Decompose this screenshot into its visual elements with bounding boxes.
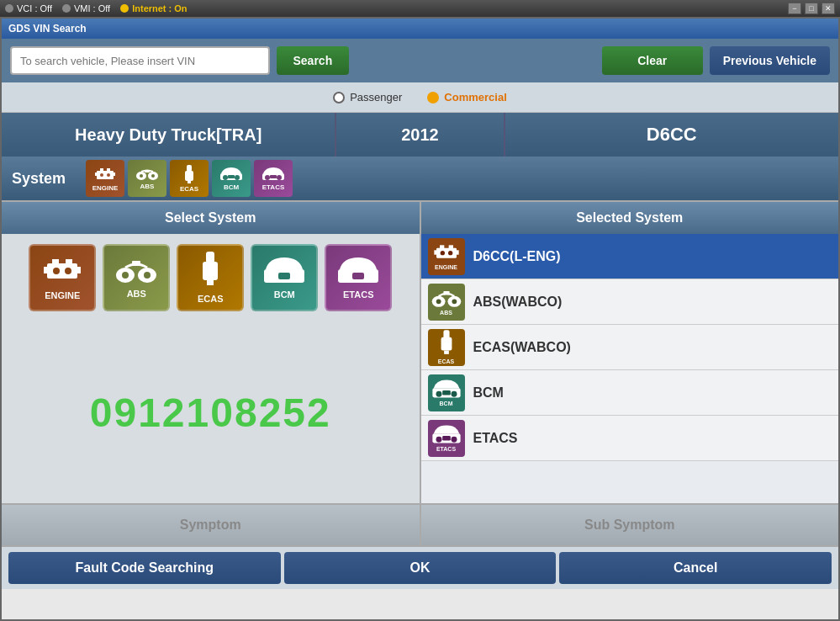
system-header: System ENGINE bbox=[2, 157, 838, 200]
system-list: ENGINED6CC(L-ENG)ABSABS(WABCO)ECASECAS(W… bbox=[421, 234, 839, 503]
svg-point-66 bbox=[436, 437, 441, 443]
vmi-dot bbox=[62, 4, 71, 13]
select-ecas-icon[interactable]: ECAS bbox=[177, 244, 244, 311]
vehicle-year: 2012 bbox=[336, 113, 505, 157]
vehicle-name: Heavy Duty Truck[TRA] bbox=[2, 113, 336, 157]
svg-point-6 bbox=[107, 173, 110, 177]
svg-rect-68 bbox=[442, 436, 451, 441]
svg-rect-26 bbox=[44, 267, 48, 273]
select-etacs-icon[interactable]: ETACS bbox=[325, 244, 392, 311]
select-system-panel: Select System ENGINE bbox=[2, 202, 421, 503]
system-icon-ecas-sm[interactable]: ECAS bbox=[170, 160, 209, 197]
system-icons-row: ENGINE ABS bbox=[86, 160, 293, 197]
vci-dot bbox=[5, 4, 13, 13]
system-icon-bcm-sm[interactable]: BCM bbox=[212, 160, 251, 197]
svg-rect-11 bbox=[145, 170, 150, 172]
svg-rect-64 bbox=[442, 390, 451, 395]
select-system-header: Select System bbox=[2, 202, 420, 234]
svg-rect-22 bbox=[270, 175, 277, 178]
commercial-radio[interactable]: Commercial bbox=[427, 91, 506, 104]
app-title-bar: GDS VIN Search bbox=[2, 19, 838, 39]
fault-code-button[interactable]: Fault Code Searching bbox=[8, 552, 281, 584]
symptom-button[interactable]: Symptom bbox=[2, 505, 421, 545]
svg-rect-3 bbox=[95, 172, 98, 176]
list-item-label-etacs: ETACS bbox=[473, 431, 518, 446]
maximize-button[interactable]: □ bbox=[805, 3, 818, 14]
system-icon-etacs-sm[interactable]: ETACS bbox=[254, 160, 293, 197]
svg-rect-47 bbox=[440, 245, 444, 249]
select-bcm-icon[interactable]: BCM bbox=[251, 244, 318, 311]
vin-search-input[interactable] bbox=[10, 46, 270, 75]
svg-rect-24 bbox=[52, 259, 59, 265]
svg-point-51 bbox=[440, 251, 444, 255]
list-item-icon-engine: ENGINE bbox=[428, 238, 465, 275]
ok-button[interactable]: OK bbox=[284, 552, 557, 584]
svg-point-21 bbox=[277, 175, 282, 180]
clear-button[interactable]: Clear bbox=[602, 46, 703, 75]
vci-status: VCI : Off bbox=[5, 3, 52, 13]
app-window: GDS VIN Search Search Clear Previous Veh… bbox=[0, 17, 840, 621]
sub-symptom-button[interactable]: Sub Symptom bbox=[421, 505, 839, 545]
svg-rect-49 bbox=[434, 250, 436, 254]
svg-rect-57 bbox=[443, 291, 449, 295]
system-list-item-engine[interactable]: ENGINED6CC(L-ENG) bbox=[421, 234, 839, 279]
svg-rect-60 bbox=[444, 351, 449, 354]
passenger-radio[interactable]: Passenger bbox=[333, 91, 402, 104]
list-item-icon-bcm: BCM bbox=[428, 374, 465, 411]
svg-rect-59 bbox=[441, 337, 452, 351]
svg-point-20 bbox=[265, 175, 270, 180]
list-item-icon-abs: ABS bbox=[428, 284, 465, 321]
action-row: Fault Code Searching OK Cancel bbox=[2, 545, 838, 589]
commercial-radio-circle bbox=[427, 92, 439, 104]
list-item-label-engine: D6CC(L-ENG) bbox=[473, 249, 561, 264]
svg-point-55 bbox=[436, 299, 441, 304]
vci-label: VCI : Off bbox=[17, 3, 52, 13]
svg-point-28 bbox=[53, 268, 60, 274]
svg-point-5 bbox=[100, 173, 103, 177]
vin-display: 0912108252 bbox=[2, 321, 420, 503]
list-item-label-abs: ABS(WABCO) bbox=[473, 295, 563, 310]
svg-rect-27 bbox=[77, 267, 81, 273]
svg-point-63 bbox=[451, 391, 457, 397]
svg-rect-35 bbox=[206, 252, 214, 263]
minimize-button[interactable]: − bbox=[788, 3, 801, 14]
system-list-item-abs[interactable]: ABSABS(WABCO) bbox=[421, 279, 839, 325]
svg-rect-4 bbox=[113, 172, 115, 176]
close-button[interactable]: ✕ bbox=[822, 3, 835, 14]
commercial-label: Commercial bbox=[444, 91, 506, 104]
svg-point-62 bbox=[436, 391, 441, 397]
svg-rect-1 bbox=[100, 168, 103, 172]
svg-rect-18 bbox=[228, 175, 235, 178]
svg-rect-46 bbox=[436, 248, 457, 258]
svg-point-33 bbox=[144, 272, 151, 279]
svg-rect-50 bbox=[456, 250, 458, 254]
system-list-item-etacs[interactable]: ETACSETACS bbox=[421, 416, 839, 461]
svg-rect-37 bbox=[207, 280, 214, 285]
passenger-label: Passenger bbox=[350, 91, 402, 104]
vmi-status: VMI : Off bbox=[62, 3, 110, 13]
system-icon-abs-sm[interactable]: ABS bbox=[128, 160, 166, 197]
svg-rect-23 bbox=[47, 263, 77, 279]
system-list-item-bcm[interactable]: BCMBCM bbox=[421, 370, 839, 416]
system-icon-engine-sm[interactable]: ENGINE bbox=[86, 160, 124, 197]
search-button[interactable]: Search bbox=[277, 46, 350, 75]
system-label: System bbox=[12, 170, 79, 188]
previous-vehicle-button[interactable]: Previous Vehicle bbox=[710, 46, 830, 75]
svg-rect-2 bbox=[107, 168, 110, 172]
main-content: Select System ENGINE bbox=[2, 200, 838, 503]
svg-rect-41 bbox=[278, 273, 290, 279]
select-abs-icon[interactable]: ABS bbox=[103, 244, 170, 311]
svg-point-29 bbox=[65, 268, 71, 274]
search-bar: Search Clear Previous Vehicle bbox=[2, 39, 838, 82]
cancel-button[interactable]: Cancel bbox=[559, 552, 832, 584]
list-item-icon-ecas: ECAS bbox=[428, 329, 465, 366]
select-engine-icon[interactable]: ENGINE bbox=[29, 244, 96, 311]
system-list-item-ecas[interactable]: ECASECAS(WABCO) bbox=[421, 325, 839, 370]
svg-rect-0 bbox=[97, 171, 114, 179]
svg-rect-36 bbox=[203, 262, 218, 280]
symptom-row: Symptom Sub Symptom bbox=[2, 503, 838, 545]
list-item-label-bcm: BCM bbox=[473, 385, 504, 401]
svg-point-32 bbox=[122, 272, 129, 279]
system-title-bar: VCI : Off VMI : Off Internet : On − □ ✕ bbox=[0, 0, 840, 17]
svg-rect-45 bbox=[352, 273, 364, 279]
